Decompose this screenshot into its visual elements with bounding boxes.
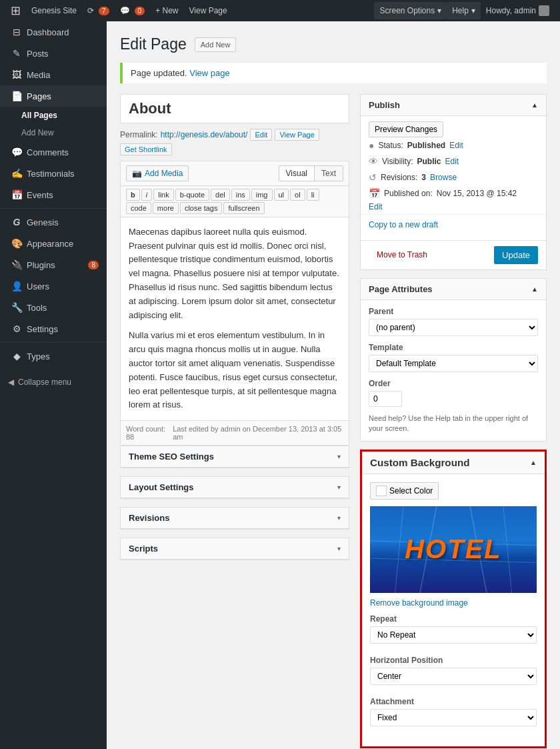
template-select[interactable]: Default Template [369, 355, 538, 372]
wp-logo[interactable]: ⊞ [5, 0, 26, 21]
move-trash-link[interactable]: Move to Trash [369, 247, 435, 262]
page-attributes-toggle[interactable]: ▲ [531, 285, 538, 293]
publish-box-header: Publish ▲ [361, 95, 546, 116]
sidebar-item-genesis[interactable]: G Genesis [0, 211, 107, 233]
fmt-li[interactable]: li [307, 189, 319, 201]
theme-seo-title: Theme SEO Settings [129, 452, 214, 462]
edit-permalink-btn[interactable]: Edit [250, 129, 272, 141]
visibility-edit-link[interactable]: Edit [445, 157, 459, 166]
editor-content[interactable]: Maecenas dapibus laoreet nulla quis euis… [121, 217, 349, 420]
fmt-link[interactable]: link [153, 189, 174, 201]
view-page-btn[interactable]: View Page [275, 129, 319, 141]
add-new-button[interactable]: Add New [195, 37, 237, 52]
sidebar-item-events[interactable]: 📅 Events [0, 184, 107, 205]
screen-options-btn[interactable]: Screen Options ▾ [374, 2, 447, 19]
theme-seo-box: Theme SEO Settings ▾ [120, 446, 349, 468]
fmt-italic[interactable]: i [141, 189, 152, 201]
update-button[interactable]: Update [494, 246, 538, 264]
fmt-del[interactable]: del [211, 189, 230, 201]
view-page-notice-link[interactable]: View page [189, 68, 229, 78]
sidebar-item-appearance[interactable]: 🎨 Appearance [0, 233, 107, 254]
adminbar-view-page[interactable]: View Page [184, 0, 233, 21]
get-shortlink-btn[interactable]: Get Shortlink [120, 143, 172, 155]
sidebar-item-types[interactable]: ◆ Types [0, 345, 107, 367]
theme-seo-toggle[interactable]: ▾ [337, 453, 341, 460]
repeat-select[interactable]: No Repeat [370, 626, 537, 644]
published-on-row: 📅 Published on: Nov 15, 2013 @ 15:42 [361, 185, 546, 201]
attachment-select[interactable]: Fixed [370, 709, 537, 726]
sidebar-item-posts[interactable]: ✎ Posts [0, 43, 107, 64]
theme-seo-header[interactable]: Theme SEO Settings ▾ [121, 446, 349, 468]
sidebar-item-label: Types [27, 351, 50, 361]
revisions-browse-link[interactable]: Browse [430, 173, 457, 182]
published-edit-link[interactable]: Edit [369, 202, 383, 211]
fmt-ins[interactable]: ins [231, 189, 250, 201]
layout-settings-toggle[interactable]: ▾ [337, 484, 341, 491]
layout-settings-header[interactable]: Layout Settings ▾ [121, 477, 349, 498]
fmt-ul[interactable]: ul [274, 189, 289, 201]
help-btn[interactable]: Help ▾ [447, 2, 481, 19]
sidebar-item-tools[interactable]: 🔧 Tools [0, 297, 107, 318]
sidebar-item-plugins[interactable]: 🔌 Plugins 8 [0, 254, 107, 275]
pages-icon: 📄 [11, 91, 23, 101]
custom-bg-title: Custom Background [370, 457, 470, 468]
fmt-close-tags[interactable]: close tags [180, 202, 223, 214]
svg-line-5 [503, 506, 512, 593]
appearance-icon: 🎨 [11, 238, 23, 249]
updates-badge: 7 [99, 7, 109, 15]
preview-changes-btn[interactable]: Preview Changes [369, 121, 443, 137]
adminbar-site[interactable]: Genesis Site [26, 0, 82, 21]
media-icon: 🖼 [11, 69, 23, 80]
published-label: Published on: [384, 189, 433, 198]
visual-tab[interactable]: Visual [279, 165, 315, 181]
adminbar-howdy[interactable]: Howdy, admin [481, 0, 555, 21]
sidebar-item-dashboard[interactable]: ⊟ Dashboard [0, 21, 107, 43]
scripts-header[interactable]: Scripts ▾ [121, 538, 349, 560]
adminbar-new[interactable]: + New [150, 0, 183, 21]
sidebar-item-label: Posts [27, 49, 49, 59]
sidebar-item-media[interactable]: 🖼 Media [0, 64, 107, 85]
order-input[interactable] [369, 391, 402, 407]
select-color-btn[interactable]: Select Color [370, 482, 439, 500]
sidebar-item-testimonials[interactable]: ✍ Testimonials [0, 163, 107, 184]
adminbar-updates[interactable]: ⟳ 7 [82, 0, 115, 21]
fmt-ol[interactable]: ol [290, 189, 305, 201]
custom-bg-toggle[interactable]: ▲ [530, 459, 537, 466]
editor-tabs: Visual Text [279, 165, 343, 181]
notice-text: Page updated. [131, 68, 187, 78]
status-edit-link[interactable]: Edit [449, 141, 463, 150]
horizontal-select[interactable]: Center [370, 668, 537, 685]
adminbar-comments[interactable]: 💬 0 [115, 0, 151, 21]
sidebar-sub-all-pages[interactable]: All Pages [0, 107, 107, 124]
fmt-code[interactable]: code [126, 202, 151, 214]
publish-toggle[interactable]: ▲ [531, 101, 538, 109]
fmt-bold[interactable]: b [126, 189, 140, 201]
publish-title: Publish [369, 100, 400, 110]
scripts-toggle[interactable]: ▾ [337, 545, 341, 552]
sidebar-sub-add-new[interactable]: Add New [0, 124, 107, 141]
sidebar-item-settings[interactable]: ⚙ Settings [0, 318, 107, 339]
add-media-btn[interactable]: 📷 Add Media [126, 165, 189, 181]
page-attributes-box: Page Attributes ▲ Parent (no parent) Tem… [360, 278, 547, 442]
page-attributes-title: Page Attributes [369, 284, 433, 294]
fmt-bquote[interactable]: b-quote [175, 189, 209, 201]
sidebar-item-pages[interactable]: 📄 Pages [0, 85, 107, 107]
revisions-header[interactable]: Revisions ▾ [121, 508, 349, 529]
fmt-fullscreen[interactable]: fullscreen [223, 202, 264, 214]
copy-draft-link[interactable]: Copy to a new draft [361, 217, 546, 232]
parent-select[interactable]: (no parent) [369, 319, 538, 336]
page-title-input[interactable] [120, 94, 349, 123]
remove-bg-link[interactable]: Remove background image [370, 598, 537, 608]
collapse-arrow-icon: ◀ [8, 378, 14, 387]
add-media-label: Add Media [145, 169, 183, 178]
collapse-menu[interactable]: ◀ Collapse menu [0, 372, 107, 392]
sidebar-item-comments[interactable]: 💬 Comments [0, 141, 107, 163]
fmt-more[interactable]: more [153, 202, 179, 214]
plugins-badge: 8 [88, 261, 99, 269]
permalink-url[interactable]: http://genesis.dev/about/ [161, 130, 248, 139]
revisions-toggle[interactable]: ▾ [337, 514, 341, 522]
text-tab[interactable]: Text [314, 165, 343, 181]
fmt-img[interactable]: img [251, 189, 273, 201]
permalink-row: Permalink: http://genesis.dev/about/ Edi… [120, 129, 349, 155]
sidebar-item-users[interactable]: 👤 Users [0, 275, 107, 297]
